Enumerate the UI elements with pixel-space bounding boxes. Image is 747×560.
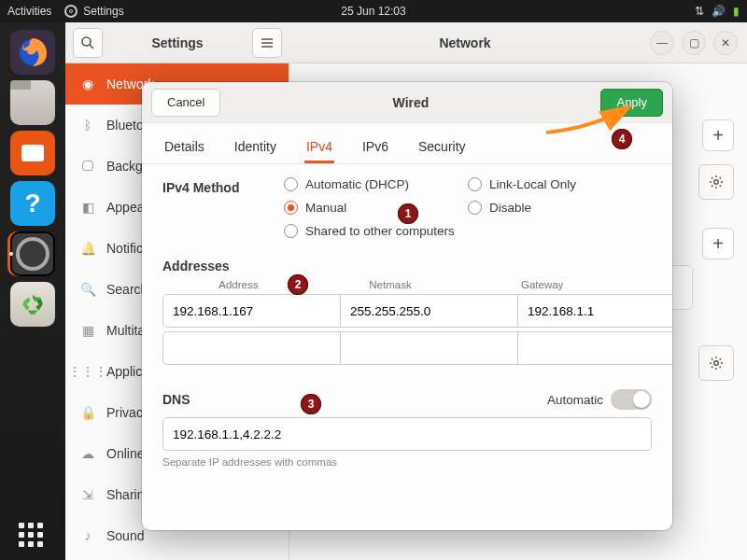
- hamburger-button[interactable]: [252, 28, 282, 58]
- netmask-input[interactable]: [341, 331, 518, 365]
- proxy-settings-button[interactable]: [698, 345, 734, 381]
- sidebar-title: Settings: [110, 35, 245, 50]
- multitask-icon: ▦: [80, 323, 95, 338]
- netmask-input[interactable]: [341, 294, 518, 328]
- dns-automatic-switch[interactable]: [611, 389, 652, 410]
- annotation-arrow: [542, 95, 654, 151]
- dock-settings[interactable]: [10, 231, 55, 276]
- radio-label: Disable: [489, 201, 531, 215]
- addresses-heading: Addresses: [162, 259, 652, 273]
- dns-hint: Separate IP addresses with commas: [162, 456, 652, 468]
- dock-trash[interactable]: [10, 282, 55, 327]
- gear-icon: [709, 175, 724, 189]
- tab-ipv4[interactable]: IPv4: [304, 128, 334, 163]
- cloud-icon: ☁: [80, 446, 95, 461]
- grid-icon: ⋮⋮⋮: [80, 364, 95, 379]
- gateway-input[interactable]: [518, 294, 672, 328]
- annotation-badge-2: 2: [288, 274, 308, 295]
- network-icon: ⇅: [695, 5, 704, 18]
- search-icon: [80, 35, 95, 50]
- col-netmask: Netmask: [315, 279, 467, 290]
- tab-security[interactable]: Security: [416, 128, 468, 163]
- topbar-app[interactable]: Settings: [64, 5, 123, 18]
- activities-button[interactable]: Activities: [7, 5, 51, 18]
- window-minimize[interactable]: —: [650, 31, 674, 55]
- address-row: [162, 294, 652, 328]
- topbar-app-label: Settings: [83, 5, 123, 18]
- bluetooth-icon: ᛒ: [80, 118, 95, 133]
- dock-firefox[interactable]: [10, 30, 55, 75]
- annotation-badge-3: 3: [301, 394, 321, 414]
- tab-ipv6[interactable]: IPv6: [360, 128, 390, 163]
- address-input[interactable]: [162, 331, 341, 365]
- dock-show-apps[interactable]: [0, 523, 65, 551]
- address-row: [162, 331, 652, 365]
- sidebar-item-label: Sound: [106, 528, 144, 543]
- hamburger-icon: [260, 35, 275, 50]
- add-vpn-button[interactable]: +: [702, 228, 734, 259]
- radio-label: Shared to other computers: [305, 224, 455, 238]
- radio-automatic-dhcp[interactable]: Automatic (DHCP): [284, 177, 468, 191]
- battery-icon: ▮: [733, 5, 740, 18]
- wired-settings-button[interactable]: [698, 164, 734, 200]
- dock-help[interactable]: ?: [10, 181, 55, 226]
- topbar-clock[interactable]: 25 Jun 12:03: [341, 5, 405, 18]
- settings-headerbar: Settings Network — ▢ ✕: [65, 22, 747, 63]
- svg-point-4: [714, 361, 718, 365]
- gear-icon: [64, 5, 78, 18]
- ipv4-method-label: IPv4 Method: [162, 177, 284, 238]
- tab-identity[interactable]: Identity: [233, 128, 278, 163]
- radio-label: Manual: [305, 201, 346, 215]
- bell-icon: 🔔: [80, 241, 95, 256]
- sound-icon: ♪: [80, 528, 95, 543]
- lock-icon: 🔒: [80, 405, 95, 420]
- annotation-badge-1: 1: [398, 203, 418, 224]
- window-maximize[interactable]: ▢: [682, 31, 706, 55]
- gnome-topbar: Activities Settings 25 Jun 12:03 ⇅ 🔊 ▮: [0, 0, 747, 22]
- globe-icon: ◉: [80, 77, 95, 91]
- annotation-badge-4: 4: [612, 129, 632, 149]
- gear-icon: [709, 356, 724, 371]
- dock-files[interactable]: [10, 80, 55, 125]
- radio-label: Automatic (DHCP): [305, 177, 409, 191]
- page-title: Network: [289, 35, 641, 50]
- addresses-columns: Address Netmask Gateway: [162, 279, 652, 290]
- radio-manual[interactable]: Manual: [284, 201, 468, 215]
- radio-link-local[interactable]: Link-Local Only: [468, 177, 652, 191]
- display-icon: 🖵: [80, 159, 95, 174]
- dns-heading: DNS: [162, 392, 190, 407]
- volume-icon: 🔊: [712, 5, 726, 18]
- svg-line-2: [90, 45, 93, 49]
- gateway-input[interactable]: [518, 331, 672, 365]
- add-wired-button[interactable]: +: [702, 119, 734, 151]
- search-icon: 🔍: [80, 282, 95, 297]
- svg-point-1: [82, 37, 91, 46]
- tab-details[interactable]: Details: [162, 128, 206, 163]
- dns-automatic-label: Automatic: [547, 393, 603, 407]
- share-icon: ⇲: [80, 487, 95, 502]
- address-input[interactable]: [162, 294, 341, 328]
- dns-servers-input[interactable]: [162, 417, 652, 451]
- cancel-button[interactable]: Cancel: [151, 89, 220, 117]
- radio-label: Link-Local Only: [489, 177, 576, 191]
- dock: ?: [0, 22, 65, 560]
- topbar-status[interactable]: ⇅ 🔊 ▮: [695, 5, 740, 18]
- col-gateway: Gateway: [466, 279, 618, 290]
- window-close[interactable]: ✕: [713, 31, 738, 55]
- svg-point-3: [714, 180, 718, 184]
- appearance-icon: ◧: [80, 200, 95, 215]
- radio-disable[interactable]: Disable: [468, 201, 652, 215]
- radio-shared[interactable]: Shared to other computers: [284, 224, 652, 238]
- dock-software[interactable]: [10, 131, 55, 175]
- sidebar-search-button[interactable]: [73, 28, 103, 58]
